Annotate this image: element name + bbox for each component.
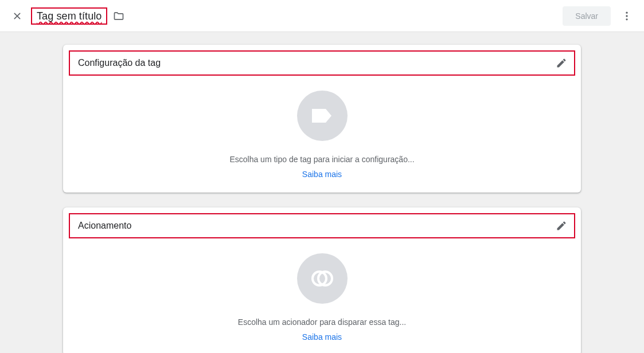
folder-button[interactable]: [113, 10, 124, 22]
tag-config-title: Configuração da tag: [78, 58, 161, 68]
main-content: Configuração da tag Escolha um tipo de t…: [0, 32, 644, 353]
pencil-icon: [556, 220, 567, 232]
trigger-header: Acionamento: [69, 213, 575, 238]
close-icon: [13, 11, 22, 21]
close-button[interactable]: [7, 6, 28, 26]
svg-point-1: [626, 15, 627, 17]
top-bar: Tag sem título Salvar: [0, 0, 644, 32]
tag-config-header: Configuração da tag: [69, 50, 575, 76]
save-button[interactable]: Salvar: [563, 6, 611, 26]
trigger-placeholder-circle: [297, 253, 348, 304]
kebab-menu-icon: [621, 10, 633, 22]
trigger-title: Acionamento: [78, 221, 131, 231]
tag-config-edit-button[interactable]: [556, 57, 567, 69]
tag-config-hint: Escolha um tipo de tag para iniciar a co…: [229, 155, 414, 164]
trigger-body: Escolha um acionador para disparar essa …: [69, 250, 575, 342]
tag-title-input[interactable]: Tag sem título: [37, 10, 102, 22]
svg-point-2: [626, 18, 627, 20]
tag-config-card[interactable]: Configuração da tag Escolha um tipo de t…: [63, 45, 581, 193]
tag-icon: [311, 108, 334, 124]
more-menu-button[interactable]: [616, 6, 637, 26]
trigger-learn-more-link[interactable]: Saiba mais: [302, 332, 342, 342]
trigger-hint: Escolha um acionador para disparar essa …: [238, 317, 406, 327]
title-highlight: Tag sem título: [31, 7, 107, 25]
overlap-circles-icon: [310, 266, 335, 291]
trigger-card[interactable]: Acionamento Escolha um acionador para di…: [63, 207, 581, 353]
folder-icon: [113, 10, 124, 22]
trigger-edit-button[interactable]: [556, 220, 567, 232]
pencil-icon: [556, 57, 567, 69]
tag-config-learn-more-link[interactable]: Saiba mais: [302, 170, 342, 179]
tag-placeholder-circle: [297, 91, 348, 141]
tag-config-body: Escolha um tipo de tag para iniciar a co…: [69, 87, 575, 179]
svg-point-0: [626, 11, 627, 13]
